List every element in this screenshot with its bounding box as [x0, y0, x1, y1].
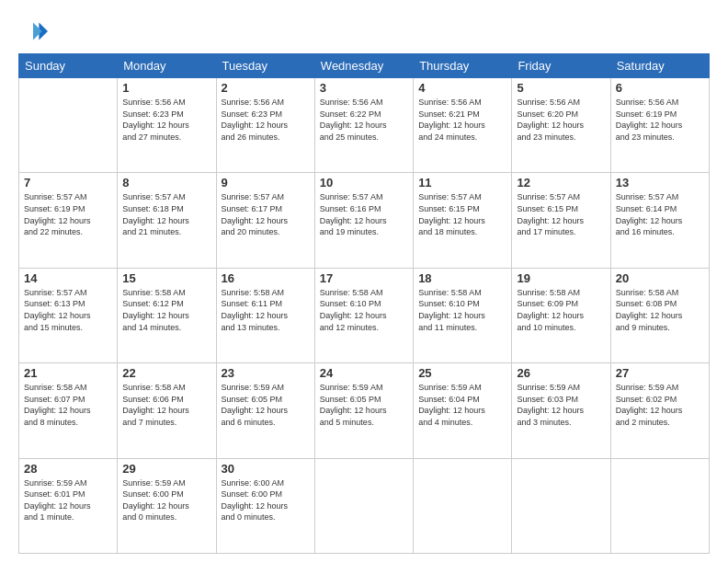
- day-details: Sunrise: 5:57 AM Sunset: 6:15 PM Dayligh…: [418, 191, 506, 237]
- day-details: Sunrise: 5:58 AM Sunset: 6:09 PM Dayligh…: [517, 287, 605, 333]
- day-cell: [414, 458, 512, 553]
- week-row-3: 14Sunrise: 5:57 AM Sunset: 6:13 PM Dayli…: [19, 268, 710, 362]
- day-number: 23: [222, 366, 310, 380]
- day-number: 4: [418, 81, 506, 95]
- day-cell: 3Sunrise: 5:56 AM Sunset: 6:22 PM Daylig…: [314, 78, 413, 173]
- day-details: Sunrise: 5:57 AM Sunset: 6:18 PM Dayligh…: [122, 191, 210, 237]
- week-row-2: 7Sunrise: 5:57 AM Sunset: 6:19 PM Daylig…: [19, 173, 710, 268]
- day-cell: 24Sunrise: 5:59 AM Sunset: 6:05 PM Dayli…: [314, 363, 413, 458]
- calendar-table: SundayMondayTuesdayWednesdayThursdayFrid…: [18, 53, 710, 554]
- day-number: 28: [24, 462, 112, 476]
- day-cell: 6Sunrise: 5:56 AM Sunset: 6:19 PM Daylig…: [610, 78, 709, 173]
- day-number: 11: [418, 176, 506, 190]
- day-cell: 14Sunrise: 5:57 AM Sunset: 6:13 PM Dayli…: [19, 268, 118, 362]
- day-details: Sunrise: 5:56 AM Sunset: 6:20 PM Dayligh…: [517, 97, 605, 143]
- day-cell: 20Sunrise: 5:58 AM Sunset: 6:08 PM Dayli…: [610, 268, 709, 362]
- day-number: 17: [320, 271, 408, 285]
- day-cell: 7Sunrise: 5:57 AM Sunset: 6:19 PM Daylig…: [19, 173, 118, 268]
- day-number: 9: [222, 176, 310, 190]
- day-cell: 26Sunrise: 5:59 AM Sunset: 6:03 PM Dayli…: [512, 363, 610, 458]
- day-cell: 10Sunrise: 5:57 AM Sunset: 6:16 PM Dayli…: [314, 173, 413, 268]
- day-number: 16: [222, 271, 310, 285]
- day-details: Sunrise: 5:59 AM Sunset: 6:03 PM Dayligh…: [517, 382, 605, 428]
- day-cell: [314, 458, 413, 553]
- day-details: Sunrise: 5:59 AM Sunset: 6:01 PM Dayligh…: [24, 477, 112, 523]
- day-number: 19: [517, 271, 605, 285]
- day-number: 5: [517, 81, 605, 95]
- day-cell: 22Sunrise: 5:58 AM Sunset: 6:06 PM Dayli…: [118, 363, 216, 458]
- day-cell: 15Sunrise: 5:58 AM Sunset: 6:12 PM Dayli…: [118, 268, 216, 362]
- col-header-monday: Monday: [118, 54, 216, 78]
- day-number: 6: [616, 81, 704, 95]
- day-cell: [512, 458, 610, 553]
- day-number: 3: [320, 81, 408, 95]
- day-details: Sunrise: 5:58 AM Sunset: 6:12 PM Dayligh…: [122, 287, 210, 333]
- day-number: 10: [320, 176, 408, 190]
- day-details: Sunrise: 5:58 AM Sunset: 6:08 PM Dayligh…: [616, 287, 704, 333]
- col-header-sunday: Sunday: [19, 54, 118, 78]
- page: SundayMondayTuesdayWednesdayThursdayFrid…: [0, 0, 728, 563]
- day-number: 12: [517, 176, 605, 190]
- day-cell: 18Sunrise: 5:58 AM Sunset: 6:10 PM Dayli…: [414, 268, 512, 362]
- day-details: Sunrise: 5:58 AM Sunset: 6:06 PM Dayligh…: [122, 382, 210, 428]
- day-number: 18: [418, 271, 506, 285]
- day-cell: 9Sunrise: 5:57 AM Sunset: 6:17 PM Daylig…: [216, 173, 314, 268]
- day-number: 7: [24, 176, 112, 190]
- day-number: 1: [122, 81, 210, 95]
- header: [18, 17, 710, 46]
- day-number: 14: [24, 271, 112, 285]
- day-cell: 12Sunrise: 5:57 AM Sunset: 6:15 PM Dayli…: [512, 173, 610, 268]
- day-details: Sunrise: 5:59 AM Sunset: 6:02 PM Dayligh…: [616, 382, 704, 428]
- day-cell: 29Sunrise: 5:59 AM Sunset: 6:00 PM Dayli…: [118, 458, 216, 553]
- col-header-tuesday: Tuesday: [216, 54, 314, 78]
- day-cell: 11Sunrise: 5:57 AM Sunset: 6:15 PM Dayli…: [414, 173, 512, 268]
- day-number: 24: [320, 366, 408, 380]
- day-cell: 19Sunrise: 5:58 AM Sunset: 6:09 PM Dayli…: [512, 268, 610, 362]
- day-number: 20: [616, 271, 704, 285]
- col-header-saturday: Saturday: [610, 54, 709, 78]
- day-details: Sunrise: 5:57 AM Sunset: 6:15 PM Dayligh…: [517, 191, 605, 237]
- day-details: Sunrise: 5:57 AM Sunset: 6:16 PM Dayligh…: [320, 191, 408, 237]
- day-details: Sunrise: 5:57 AM Sunset: 6:17 PM Dayligh…: [222, 191, 310, 237]
- day-cell: 30Sunrise: 6:00 AM Sunset: 6:00 PM Dayli…: [216, 458, 314, 553]
- day-number: 30: [222, 462, 310, 476]
- day-details: Sunrise: 5:58 AM Sunset: 6:11 PM Dayligh…: [222, 287, 310, 333]
- day-number: 2: [222, 81, 310, 95]
- day-cell: 4Sunrise: 5:56 AM Sunset: 6:21 PM Daylig…: [414, 78, 512, 173]
- day-number: 15: [122, 271, 210, 285]
- day-details: Sunrise: 5:59 AM Sunset: 6:00 PM Dayligh…: [122, 477, 210, 523]
- day-number: 25: [418, 366, 506, 380]
- day-cell: 28Sunrise: 5:59 AM Sunset: 6:01 PM Dayli…: [19, 458, 118, 553]
- day-details: Sunrise: 5:56 AM Sunset: 6:23 PM Dayligh…: [222, 97, 310, 143]
- day-details: Sunrise: 5:59 AM Sunset: 6:05 PM Dayligh…: [320, 382, 408, 428]
- day-details: Sunrise: 5:59 AM Sunset: 6:05 PM Dayligh…: [222, 382, 310, 428]
- day-number: 27: [616, 366, 704, 380]
- logo: [18, 17, 51, 46]
- day-cell: 16Sunrise: 5:58 AM Sunset: 6:11 PM Dayli…: [216, 268, 314, 362]
- day-number: 22: [122, 366, 210, 380]
- day-details: Sunrise: 5:56 AM Sunset: 6:22 PM Dayligh…: [320, 97, 408, 143]
- day-cell: 27Sunrise: 5:59 AM Sunset: 6:02 PM Dayli…: [610, 363, 709, 458]
- header-row: SundayMondayTuesdayWednesdayThursdayFrid…: [19, 54, 710, 78]
- day-details: Sunrise: 5:59 AM Sunset: 6:04 PM Dayligh…: [418, 382, 506, 428]
- day-cell: 23Sunrise: 5:59 AM Sunset: 6:05 PM Dayli…: [216, 363, 314, 458]
- day-details: Sunrise: 5:57 AM Sunset: 6:19 PM Dayligh…: [24, 191, 112, 237]
- day-cell: 5Sunrise: 5:56 AM Sunset: 6:20 PM Daylig…: [512, 78, 610, 173]
- day-details: Sunrise: 5:57 AM Sunset: 6:14 PM Dayligh…: [616, 191, 704, 237]
- day-details: Sunrise: 6:00 AM Sunset: 6:00 PM Dayligh…: [222, 477, 310, 523]
- day-number: 13: [616, 176, 704, 190]
- day-cell: [19, 78, 118, 173]
- logo-icon: [18, 17, 48, 46]
- day-cell: 13Sunrise: 5:57 AM Sunset: 6:14 PM Dayli…: [610, 173, 709, 268]
- day-number: 26: [517, 366, 605, 380]
- col-header-wednesday: Wednesday: [314, 54, 413, 78]
- day-details: Sunrise: 5:56 AM Sunset: 6:23 PM Dayligh…: [122, 97, 210, 143]
- day-cell: 2Sunrise: 5:56 AM Sunset: 6:23 PM Daylig…: [216, 78, 314, 173]
- day-cell: 21Sunrise: 5:58 AM Sunset: 6:07 PM Dayli…: [19, 363, 118, 458]
- week-row-4: 21Sunrise: 5:58 AM Sunset: 6:07 PM Dayli…: [19, 363, 710, 458]
- day-cell: 8Sunrise: 5:57 AM Sunset: 6:18 PM Daylig…: [118, 173, 216, 268]
- week-row-5: 28Sunrise: 5:59 AM Sunset: 6:01 PM Dayli…: [19, 458, 710, 553]
- day-number: 8: [122, 176, 210, 190]
- day-cell: [610, 458, 709, 553]
- day-number: 29: [122, 462, 210, 476]
